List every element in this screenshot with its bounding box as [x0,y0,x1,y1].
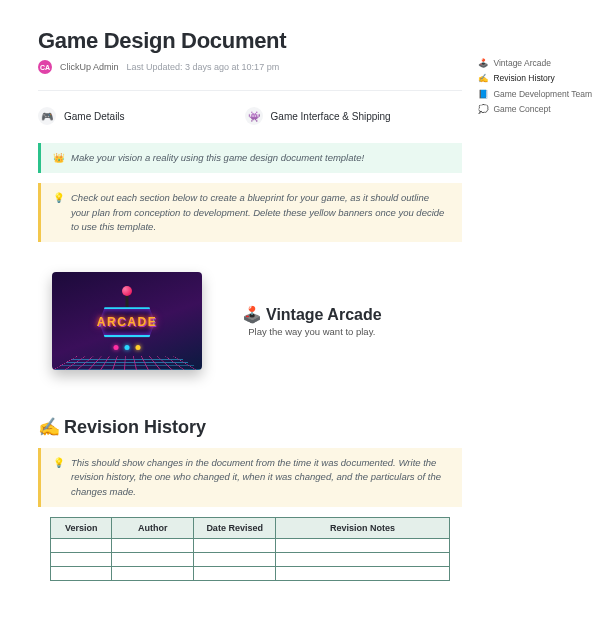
banner-text: This should show changes in the document… [71,456,450,499]
banner-text: Make your vision a reality using this ga… [71,151,364,165]
bulb-icon: 💡 [53,191,65,234]
meta-row: CA ClickUp Admin Last Updated: 3 days ag… [38,60,462,74]
gamepad-icon: 🎮 [38,107,56,125]
toc-label: Game Development Team [493,87,592,102]
quicklink-label: Game Interface & Shipping [271,111,391,122]
vintage-heading-block: 🕹️ Vintage Arcade Play the way you want … [242,305,382,337]
cell[interactable] [194,566,276,580]
crown-icon: 👑 [53,151,65,165]
info-banner-yellow-intro: 💡 Check out each section below to create… [38,183,462,242]
cell[interactable] [51,552,112,566]
toc-label: Vintage Arcade [493,56,551,71]
col-date: Date Revised [194,517,276,538]
cell[interactable] [112,538,194,552]
thought-icon: 💭 [478,102,489,117]
cell[interactable] [112,552,194,566]
table-row[interactable] [51,566,450,580]
cell[interactable] [276,552,450,566]
quicklink-game-details[interactable]: 🎮 Game Details [38,107,125,125]
author-name[interactable]: ClickUp Admin [60,62,119,72]
banner-text: Check out each section below to create a… [71,191,450,234]
quick-links: 🎮 Game Details 👾 Game Interface & Shippi… [38,101,462,143]
table-row[interactable] [51,538,450,552]
bulb-icon: 💡 [53,456,65,499]
col-version: Version [51,517,112,538]
cell[interactable] [51,566,112,580]
arcade-image-text: ARCADE [97,315,157,329]
writing-hand-icon: ✍️ [38,416,60,438]
alien-icon: 👾 [245,107,263,125]
table-of-contents: 🕹️ Vintage Arcade ✍️ Revision History 📘 … [478,56,592,117]
section-revision-history: ✍️ Revision History [38,416,462,438]
divider [38,90,462,91]
cell[interactable] [276,538,450,552]
col-author: Author [112,517,194,538]
document-body: Game Design Document CA ClickUp Admin La… [0,0,500,581]
author-avatar[interactable]: CA [38,60,52,74]
toc-item-revision-history[interactable]: ✍️ Revision History [478,71,592,86]
toc-label: Game Concept [493,102,550,117]
revision-table[interactable]: Version Author Date Revised Revision Not… [50,517,450,581]
cell[interactable] [51,538,112,552]
cell[interactable] [194,538,276,552]
last-updated: Last Updated: 3 days ago at 10:17 pm [127,62,280,72]
arcade-image: ARCADE [52,272,202,370]
quicklink-interface-shipping[interactable]: 👾 Game Interface & Shipping [245,107,391,125]
info-banner-green: 👑 Make your vision a reality using this … [38,143,462,173]
book-icon: 📘 [478,87,489,102]
toc-item-vintage-arcade[interactable]: 🕹️ Vintage Arcade [478,56,592,71]
toc-item-game-concept[interactable]: 💭 Game Concept [478,102,592,117]
col-notes: Revision Notes [276,517,450,538]
cell[interactable] [276,566,450,580]
table-row[interactable] [51,552,450,566]
joystick-icon: 🕹️ [242,305,262,324]
page-title: Game Design Document [38,28,462,54]
quicklink-label: Game Details [64,111,125,122]
table-header-row: Version Author Date Revised Revision Not… [51,517,450,538]
joystick-icon: 🕹️ [478,56,489,71]
cell[interactable] [112,566,194,580]
vintage-subtitle: Play the way you want to play. [242,326,382,337]
vintage-arcade-section: ARCADE 🕹️ Vintage Arcade Play the way yo… [38,272,462,370]
toc-item-dev-team[interactable]: 📘 Game Development Team [478,87,592,102]
vintage-title: Vintage Arcade [266,306,382,324]
toc-label: Revision History [493,71,554,86]
writing-hand-icon: ✍️ [478,71,489,86]
section-title: Revision History [64,417,206,438]
cell[interactable] [194,552,276,566]
info-banner-yellow-revision: 💡 This should show changes in the docume… [38,448,462,507]
